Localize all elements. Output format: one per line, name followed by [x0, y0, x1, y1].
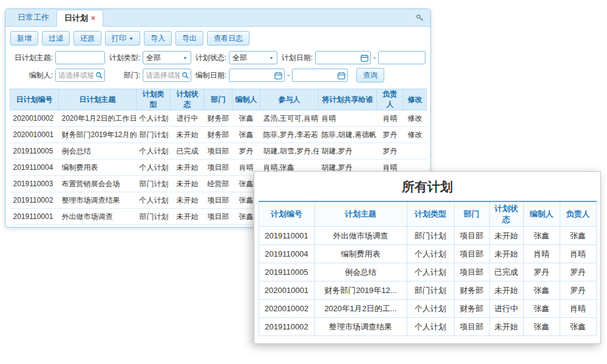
- export-button[interactable]: 导出: [175, 31, 203, 46]
- search-icon[interactable]: [95, 72, 103, 79]
- cell-subject: 整理市场调查结果: [314, 318, 407, 336]
- column-header-type: 计划类型: [407, 201, 454, 227]
- cell-participants: 孟浩,王可可,肖晴,张鑫: [260, 110, 319, 127]
- cell-id[interactable]: 2019110001: [10, 209, 59, 225]
- tab-daily-plan-label: 日计划: [64, 13, 88, 24]
- column-header-subject: 计划主题: [314, 201, 407, 227]
- cell-modify[interactable]: 修改: [404, 127, 427, 143]
- calendar-icon[interactable]: [337, 72, 345, 79]
- column-header-type[interactable]: 计划类型: [137, 89, 171, 110]
- cell-dept: 财务部: [205, 110, 232, 127]
- cell-id[interactable]: 2019110005: [10, 143, 59, 160]
- cell-participants: 陈菲,罗丹,李若若,罗...: [260, 127, 319, 143]
- calendar-icon[interactable]: [361, 54, 368, 62]
- column-header-dept[interactable]: 部门: [205, 89, 232, 110]
- cell-subject[interactable]: 外出做市场调查: [59, 209, 137, 225]
- cell-dept: 项目部: [454, 227, 489, 245]
- column-header-subject[interactable]: 日计划主题: [59, 89, 137, 110]
- cell-modify: [404, 143, 427, 160]
- filter-button[interactable]: 过滤: [42, 31, 70, 46]
- column-header-participants[interactable]: 参与人: [260, 89, 319, 110]
- cell-shared_with: 肖晴: [319, 110, 377, 127]
- cell-dept: 项目部: [205, 143, 232, 160]
- cell-subject[interactable]: 例会总结: [59, 143, 137, 160]
- cell-id[interactable]: 2019110004: [10, 160, 59, 176]
- table-row[interactable]: 2019110005例会总结个人计划已完成项目部罗丹胡建,胡雪,罗丹,任晓...…: [10, 143, 427, 160]
- column-header-status[interactable]: 计划状态: [171, 89, 205, 110]
- cell-dept: 财务部: [454, 300, 489, 318]
- column-header-owner[interactable]: 负责人: [377, 89, 404, 110]
- cell-status: 已完成: [489, 263, 523, 281]
- cell-status: 未开始: [171, 192, 205, 209]
- table-row: 2019110004编制费用表个人计划项目部未开始肖晴肖晴: [259, 245, 596, 263]
- cell-id: 2019110001: [259, 227, 314, 245]
- add-button[interactable]: 新增: [10, 31, 38, 46]
- cell-subject[interactable]: 财务部门2019年12月的...: [59, 127, 137, 143]
- cell-creator: 张鑫: [523, 281, 560, 300]
- column-header-owner: 负责人: [560, 201, 596, 227]
- column-header-id[interactable]: 日计划编号: [10, 89, 59, 110]
- cell-status: 未开始: [489, 318, 523, 336]
- column-header-shared_with[interactable]: 将计划共享给谁: [319, 89, 377, 110]
- cell-owner[interactable]: 肖晴: [377, 110, 404, 127]
- cell-type: 部门计划: [137, 127, 171, 143]
- cell-subject[interactable]: 2020年1月2日的工作日...: [59, 110, 137, 127]
- creator-lookup-field: [55, 69, 105, 82]
- subject-input[interactable]: [55, 51, 105, 64]
- plan-date-label: 计划日期:: [280, 53, 313, 63]
- cell-subject[interactable]: 编制费用表: [59, 160, 137, 176]
- cell-owner: 肖晴: [560, 300, 596, 318]
- column-header-creator[interactable]: 编制人: [232, 89, 260, 110]
- cell-dept: 项目部: [454, 318, 489, 336]
- caret-down-icon: ▼: [129, 36, 134, 41]
- cell-owner: 罗丹: [560, 281, 596, 300]
- cell-type: 个人计划: [407, 318, 454, 336]
- tab-daily-plan[interactable]: 日计划 ×: [56, 10, 103, 27]
- table-row: 2019110002整理市场调查结果个人计划项目部未开始张鑫张鑫: [259, 318, 596, 336]
- status-select-value: 全部: [232, 53, 247, 63]
- cell-type: 部门计划: [407, 281, 454, 300]
- plan-date-to-input[interactable]: [378, 51, 426, 64]
- calendar-icon[interactable]: [274, 72, 282, 79]
- print-button[interactable]: 打印▼: [105, 31, 140, 46]
- table-row[interactable]: 2020010001财务部门2019年12月的...部门计划未开始财务部张鑫陈菲…: [10, 127, 427, 143]
- cell-id[interactable]: 2020010001: [10, 127, 59, 143]
- cell-creator: 张鑫: [232, 110, 260, 127]
- cell-id[interactable]: 2019110002: [10, 192, 59, 209]
- cell-status: 未开始: [171, 176, 205, 192]
- all-plans-table: 计划编号计划主题计划类型部门计划状态编制人负责人2019110001外出做市场调…: [259, 201, 597, 336]
- table-row: 20200100022020年1月2日的工...个人计划财务部进行中张鑫肖晴: [259, 300, 596, 318]
- type-select[interactable]: 全部 ▼: [143, 51, 191, 64]
- view-log-button[interactable]: 查看日志: [207, 31, 249, 46]
- cell-type: 个人计划: [407, 245, 454, 263]
- cell-creator: 张鑫: [523, 300, 560, 318]
- table-row[interactable]: 20200100022020年1月2日的工作日...个人计划进行中财务部张鑫孟浩…: [10, 110, 427, 127]
- cell-status: 进行中: [171, 110, 205, 127]
- cell-modify[interactable]: 修改: [404, 110, 427, 127]
- import-button[interactable]: 导入: [144, 31, 172, 46]
- search-icon[interactable]: [181, 72, 189, 79]
- type-select-value: 全部: [146, 53, 161, 63]
- column-header-id: 计划编号: [259, 201, 314, 227]
- restore-button[interactable]: 还原: [73, 31, 101, 46]
- table-row: 2020010001财务部门2019年12...部门计划财务部未开始张鑫罗丹: [259, 281, 596, 300]
- status-select[interactable]: 全部 ▼: [229, 51, 277, 64]
- dept-lookup-field: [143, 69, 191, 82]
- close-tab-icon[interactable]: ×: [91, 15, 95, 22]
- cell-dept: 项目部: [454, 245, 489, 263]
- cell-dept: 项目部: [205, 160, 232, 176]
- cell-id[interactable]: 2019110003: [10, 176, 59, 192]
- cell-id[interactable]: 2020010002: [10, 110, 59, 127]
- cell-owner[interactable]: 罗丹: [377, 127, 404, 143]
- key-icon[interactable]: [416, 14, 424, 22]
- search-button[interactable]: 查询: [356, 68, 384, 83]
- cell-dept: 财务部: [454, 281, 489, 300]
- tab-daily-work[interactable]: 日常工作: [10, 10, 56, 26]
- cell-owner: 张鑫: [560, 318, 596, 336]
- cell-subject[interactable]: 整理市场调查结果: [59, 192, 137, 209]
- cell-subject[interactable]: 布置营销展会会场: [59, 176, 137, 192]
- status-label: 计划状态:: [194, 53, 226, 63]
- cell-owner[interactable]: 罗丹: [377, 143, 404, 160]
- column-header-modify[interactable]: 修改: [404, 89, 427, 110]
- cell-creator: 张鑫: [523, 318, 560, 336]
